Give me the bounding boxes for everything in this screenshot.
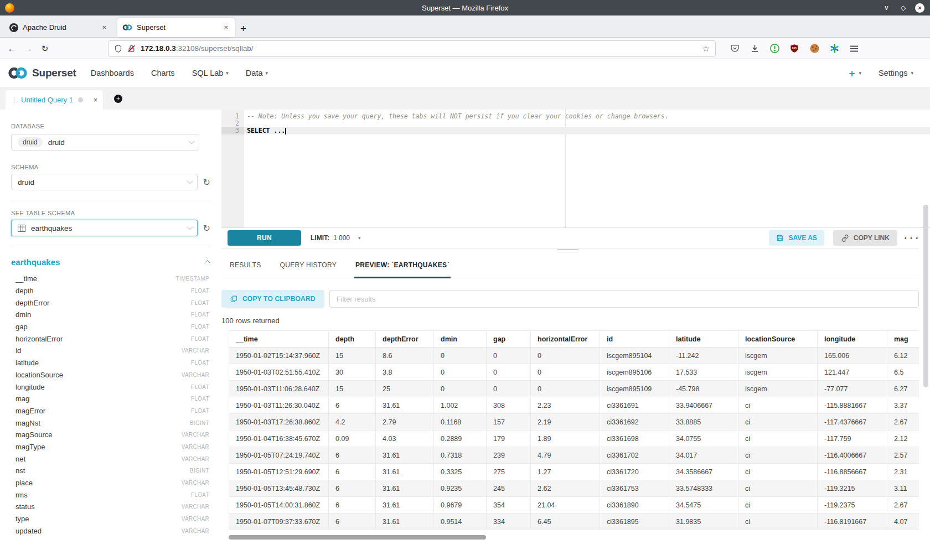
new-tab-button[interactable]: + xyxy=(240,23,246,34)
limit-dropdown[interactable]: LIMIT: 1 000 ▾ xyxy=(311,234,361,242)
column-row: updated VARCHAR xyxy=(11,525,209,537)
table-cell: ci xyxy=(738,514,818,530)
browser-tab-apache-druid[interactable]: Apache Druid × xyxy=(4,18,113,37)
refresh-schemas-icon[interactable]: ↻ xyxy=(203,177,210,188)
privacy-extension-icon[interactable] xyxy=(769,44,779,54)
table-cell: -77.077 xyxy=(818,381,887,397)
tab-preview-earthquakes[interactable]: PREVIEW: `EARTHQUAKES` xyxy=(355,261,450,278)
browser-tab-superset[interactable]: Superset × xyxy=(117,18,235,37)
column-row: net VARCHAR xyxy=(11,453,209,465)
lock-insecure-icon[interactable] xyxy=(127,44,136,53)
shield-icon[interactable] xyxy=(114,44,122,53)
nav-item-dashboards[interactable]: Dashboards xyxy=(91,69,134,77)
cookie-extension-icon[interactable] xyxy=(809,44,819,54)
column-name: mag xyxy=(16,395,29,403)
sql-rest: ... xyxy=(270,127,286,134)
reload-icon[interactable]: ↻ xyxy=(37,44,53,54)
schema-select[interactable]: druid xyxy=(11,174,198,190)
refresh-tables-icon[interactable]: ↻ xyxy=(203,223,210,234)
column-header[interactable]: depthError xyxy=(376,331,434,348)
ublock-origin-icon[interactable]: UO xyxy=(789,44,799,54)
table-cell: 34.0755 xyxy=(669,431,738,447)
window-close-icon[interactable]: × xyxy=(915,3,924,13)
column-type: VARCHAR xyxy=(182,516,209,522)
table-cell: 34.5475 xyxy=(669,497,738,514)
hamburger-menu-icon[interactable] xyxy=(849,44,859,54)
sql-editor[interactable]: 1 2 3 -- Note: Unless you save your quer… xyxy=(221,110,930,228)
query-tab-close-icon[interactable]: × xyxy=(94,96,97,104)
column-header[interactable]: longitude xyxy=(818,331,887,348)
table-cell: -115.8881667 xyxy=(818,397,887,414)
nav-item-charts[interactable]: Charts xyxy=(151,69,175,77)
table-cell: 2.57 xyxy=(887,447,919,464)
save-as-button[interactable]: SAVE AS xyxy=(769,230,824,246)
settings-menu[interactable]: Settings▾ xyxy=(879,69,913,77)
horizontal-scrollbar-thumb[interactable] xyxy=(229,535,486,540)
nav-item-data[interactable]: Data▾ xyxy=(246,69,268,77)
table-cell: 0.9679 xyxy=(434,497,487,514)
column-header[interactable]: locationSource xyxy=(738,331,818,348)
run-button[interactable]: RUN xyxy=(228,230,301,246)
filter-results-input[interactable] xyxy=(329,290,919,308)
vertical-scrollbar-thumb[interactable] xyxy=(923,205,928,387)
column-header[interactable]: depth xyxy=(329,331,376,348)
table-cell: 0.9514 xyxy=(434,514,487,530)
table-cell: 6.5 xyxy=(887,364,919,381)
bookmark-star-icon[interactable]: ☆ xyxy=(702,44,710,54)
superset-logo[interactable]: Superset xyxy=(7,66,76,80)
table-cell: iscgem895109 xyxy=(600,381,669,397)
table-row: 1950-01-05T12:51:29.690Z631.610.33252751… xyxy=(229,464,919,480)
copy-link-button[interactable]: COPY LINK xyxy=(833,230,897,246)
chevron-down-icon[interactable]: ▾ xyxy=(859,70,862,76)
table-cell: -116.8191667 xyxy=(818,514,887,530)
table-cell: 33.8885 xyxy=(669,414,738,431)
column-name: net xyxy=(16,455,25,463)
column-header[interactable]: latitude xyxy=(669,331,738,348)
add-new-button[interactable]: + xyxy=(849,68,855,79)
table-cell: 3.8 xyxy=(376,364,434,381)
tab-close-icon[interactable]: × xyxy=(100,23,108,32)
tab-results[interactable]: RESULTS xyxy=(230,261,261,278)
tab-query-history[interactable]: QUERY HISTORY xyxy=(280,261,337,278)
table-cell: 3.11 xyxy=(887,480,919,497)
table-schema-header[interactable]: earthquakes xyxy=(11,257,210,267)
url-text: 172.18.0.3:32108/superset/sqllab/ xyxy=(141,44,253,53)
table-cell: 21.04 xyxy=(531,497,600,514)
chevron-up-icon[interactable] xyxy=(204,260,210,266)
table-cell: iscgem895104 xyxy=(600,348,669,364)
forward-icon[interactable]: → xyxy=(20,44,37,53)
column-name: magNst xyxy=(16,419,40,427)
back-icon[interactable]: ← xyxy=(3,44,20,53)
text-cursor xyxy=(285,128,286,134)
downloads-icon[interactable] xyxy=(750,44,760,54)
nav-item-sql-lab[interactable]: SQL Lab▾ xyxy=(192,69,229,77)
table-cell: 1950-01-03T11:06:28.640Z xyxy=(229,381,329,397)
column-header[interactable]: horizontalError xyxy=(531,331,600,348)
column-row: depthError FLOAT xyxy=(11,297,209,309)
url-field[interactable]: 172.18.0.3:32108/superset/sqllab/ ☆ xyxy=(108,41,715,56)
table-cell: 1950-01-05T14:00:31.860Z xyxy=(229,497,329,514)
query-tab-untitled[interactable]: ⋮ Untitled Query 1 × xyxy=(6,90,103,110)
window-maximize-icon[interactable]: ◇ xyxy=(898,3,908,13)
column-header[interactable]: gap xyxy=(487,331,531,348)
column-header[interactable]: mag xyxy=(887,331,919,348)
column-header[interactable]: id xyxy=(600,331,669,348)
more-options-icon[interactable]: • • • xyxy=(905,235,919,241)
table-cell: 275 xyxy=(487,464,531,480)
column-name: magType xyxy=(16,443,45,451)
copy-to-clipboard-button[interactable]: COPY TO CLIPBOARD xyxy=(221,290,324,308)
table-cell: 34.017 xyxy=(669,447,738,464)
pocket-icon[interactable] xyxy=(730,44,740,54)
window-minimize-icon[interactable]: ∨ xyxy=(882,3,891,13)
column-header[interactable]: __time xyxy=(229,331,329,348)
table-select[interactable]: earthquakes xyxy=(11,220,198,236)
table-cell: 2.79 xyxy=(376,414,434,431)
table-cell: 1950-01-03T11:26:30.040Z xyxy=(229,397,329,414)
column-type: VARCHAR xyxy=(182,480,209,486)
password-extension-icon[interactable] xyxy=(829,44,839,54)
tab-close-icon[interactable]: × xyxy=(222,23,230,32)
column-header[interactable]: dmin xyxy=(434,331,487,348)
column-row: mag FLOAT xyxy=(11,393,209,405)
add-query-tab-button[interactable]: + xyxy=(114,95,122,103)
database-select[interactable]: druid druid xyxy=(11,134,199,151)
